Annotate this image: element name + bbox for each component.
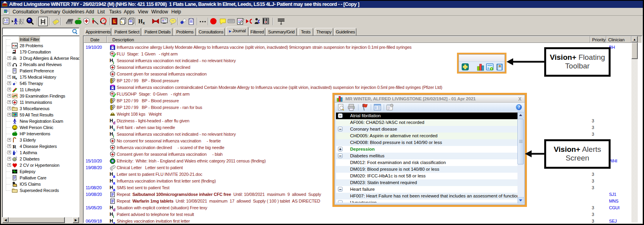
svg-text:L: L xyxy=(114,19,116,24)
svg-text:H: H xyxy=(138,18,143,24)
svg-text:L: L xyxy=(121,20,123,24)
svg-text:H: H xyxy=(15,44,17,48)
svg-text:x: x xyxy=(15,77,17,80)
svg-text:x: x xyxy=(143,21,145,25)
svg-text:R: R xyxy=(13,144,17,149)
